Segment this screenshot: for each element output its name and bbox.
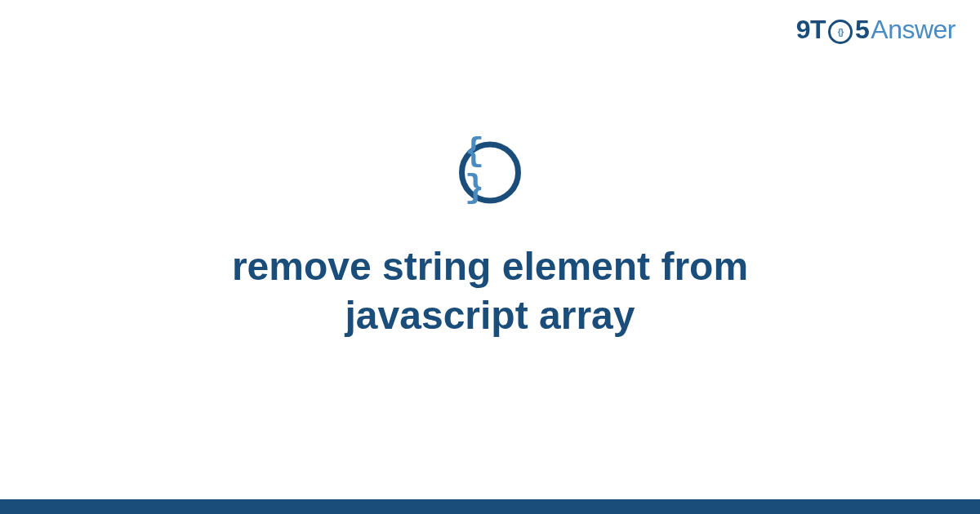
logo-o-icon: {} bbox=[828, 20, 853, 44]
logo-text-5: 5 bbox=[855, 15, 869, 45]
logo-text-9t: 9T bbox=[796, 15, 826, 45]
main-content: { } remove string element from javascrip… bbox=[0, 141, 980, 340]
logo-inner-braces: {} bbox=[838, 27, 844, 37]
footer-accent-bar bbox=[0, 499, 980, 514]
site-logo[interactable]: 9T {} 5 Answer bbox=[796, 15, 956, 45]
category-braces-icon: { } bbox=[459, 141, 521, 203]
braces-glyph: { } bbox=[465, 134, 515, 207]
question-title: remove string element from javascript ar… bbox=[122, 242, 858, 340]
logo-text-answer: Answer bbox=[871, 15, 956, 45]
